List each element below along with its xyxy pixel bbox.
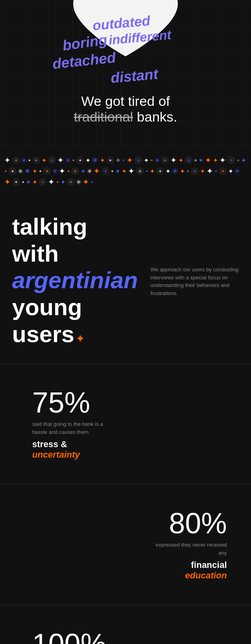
talking-section: talking with argentinian young users✦ We… bbox=[0, 193, 251, 363]
stat-75-number: 75% bbox=[32, 388, 239, 417]
stat-75-container: 75% said that going to the bank is a has… bbox=[0, 376, 251, 472]
talking-line4: young bbox=[12, 294, 117, 321]
stat-80-emphasis: financial education bbox=[185, 560, 227, 581]
tagline-line1: We got tired of bbox=[0, 93, 251, 109]
talking-line2: with bbox=[12, 240, 117, 267]
talking-description: We approach our users by conducting inte… bbox=[150, 266, 239, 297]
talking-line1: talking bbox=[12, 213, 117, 240]
stat-80-desc: expressed they never received any bbox=[146, 541, 227, 557]
word-distant: distant bbox=[110, 66, 158, 87]
hero-tagline: We got tired of traditional banks. bbox=[0, 93, 251, 125]
talking-heading: talking with argentinian young users✦ bbox=[12, 213, 117, 347]
stat-75-desc: said that going to the bank is a hassle … bbox=[32, 420, 113, 436]
stars-band: ✦ ✦ ✳ ✦ ✧ ✦ ✶ ✦ ✳ ✦ ✦ ✦ ✳ ✦ ✦ ✧ ✶ ✦ ✳ ✦ … bbox=[0, 149, 251, 193]
stat-80-number: 80% bbox=[169, 509, 227, 538]
stat-75-emphasis: stress & uncertainty bbox=[32, 439, 239, 460]
stat-100-section: 100% asserted they avoid banks because o… bbox=[0, 605, 251, 644]
stat-100-number: 100% bbox=[32, 630, 239, 644]
stars-decoration: ✦ ✦ ✳ ✦ ✧ ✦ ✶ ✦ ✳ ✦ ✦ ✦ ✳ ✦ ✦ ✧ ✶ ✦ ✳ ✦ … bbox=[0, 152, 251, 190]
tagline-rest: banks. bbox=[137, 109, 177, 124]
stat-100-container: 100% asserted they avoid banks because o… bbox=[0, 617, 251, 644]
tagline-line2: traditional banks. bbox=[0, 109, 251, 125]
talking-line3: argentinian bbox=[12, 267, 117, 294]
strikethrough-text: traditional bbox=[74, 109, 133, 124]
hero-section: outdated boring indifferent detached dis… bbox=[0, 0, 251, 149]
talking-line5: users✦ bbox=[12, 321, 117, 348]
stat-80-container: 80% expressed they never received any fi… bbox=[0, 497, 251, 593]
word-detached: detached bbox=[51, 49, 117, 72]
stat-75-section: 75% said that going to the bank is a has… bbox=[0, 364, 251, 484]
stat-80-section: 80% expressed they never received any fi… bbox=[0, 485, 251, 605]
